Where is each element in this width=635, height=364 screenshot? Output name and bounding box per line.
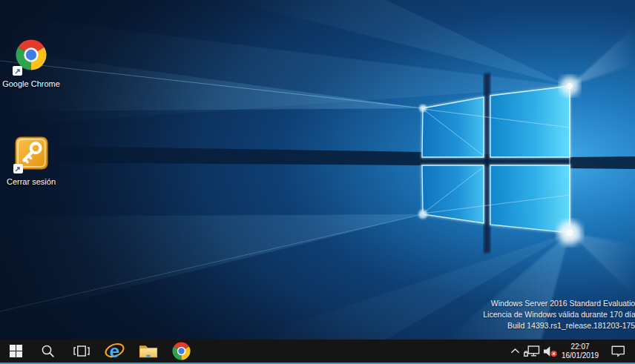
chrome-icon <box>171 341 191 361</box>
search-icon <box>42 345 54 357</box>
file-explorer-button[interactable] <box>131 340 165 363</box>
desktop-icon-cerrar-sesion[interactable]: Cerrar sesión <box>1 136 61 186</box>
shortcut-arrow-icon <box>13 66 22 76</box>
internet-explorer-button[interactable]: e <box>98 340 131 363</box>
internet-explorer-icon: e <box>104 340 125 362</box>
network-status-button[interactable] <box>522 340 541 363</box>
chrome-button[interactable] <box>165 340 198 363</box>
shortcut-arrow-icon <box>13 164 23 173</box>
taskbar-app-buttons: e <box>0 340 198 363</box>
windows-hero-wallpaper <box>0 0 635 340</box>
windows-logo-icon <box>10 345 22 357</box>
tray-overflow-button[interactable] <box>507 340 522 363</box>
volume-muted-icon <box>543 345 558 357</box>
task-view-button[interactable] <box>65 340 98 363</box>
chevron-up-icon <box>510 348 520 354</box>
task-view-icon <box>73 345 90 357</box>
ethernet-network-icon <box>524 345 540 357</box>
google-chrome-icon <box>14 38 48 75</box>
taskbar-clock[interactable]: 22:07 16/01/2019 <box>559 340 601 363</box>
desktop-icon-google-chrome[interactable]: Google Chrome <box>1 38 61 88</box>
svg-text:e: e <box>110 341 119 361</box>
clock-date: 16/01/2019 <box>562 351 599 360</box>
volume-button[interactable] <box>541 340 559 363</box>
clock-time: 22:07 <box>570 343 589 351</box>
file-explorer-icon <box>139 343 158 359</box>
desktop-screen: Google Chrome <box>0 0 635 364</box>
action-center-icon <box>611 345 625 357</box>
windows-evaluation-watermark: Windows Server 2016 Standard Evaluation … <box>483 298 635 331</box>
logoff-key-icon <box>15 136 48 173</box>
desktop-icon-label: Google Chrome <box>2 79 60 88</box>
system-tray: 22:07 16/01/2019 <box>507 340 635 363</box>
watermark-line-1: Windows Server 2016 Standard Evaluation <box>483 298 635 309</box>
action-center-button[interactable] <box>607 340 629 363</box>
taskbar: e <box>0 340 635 363</box>
desktop-icon-label: Cerrar sesión <box>7 177 56 186</box>
watermark-line-2: Licencia de Windows válida durante 170 d… <box>483 309 635 320</box>
search-button[interactable] <box>31 340 65 363</box>
start-button[interactable] <box>0 340 31 363</box>
watermark-line-3: Build 14393.rs1_release.181203-1755 <box>483 320 635 331</box>
